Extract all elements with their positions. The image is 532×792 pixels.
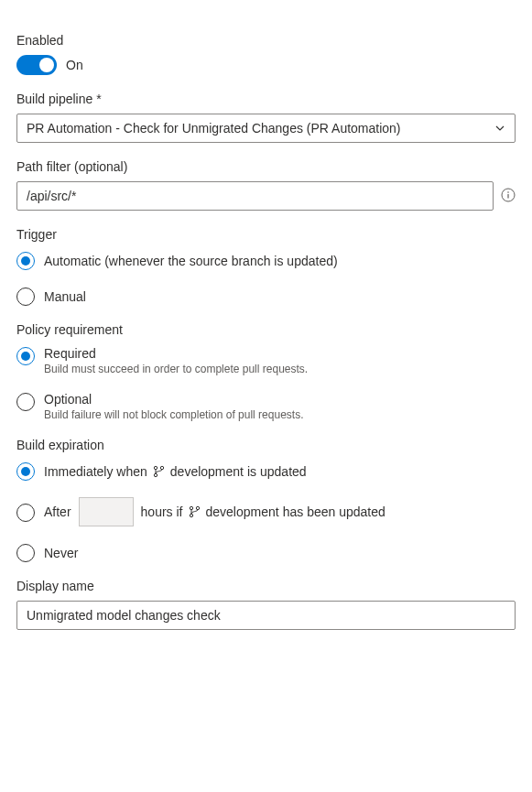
toggle-knob	[39, 58, 54, 72]
path-filter-input[interactable]	[16, 181, 494, 211]
policy-optional-radio[interactable]	[16, 393, 35, 411]
build-pipeline-label: Build pipeline *	[16, 92, 516, 106]
trigger-automatic-radio[interactable]	[16, 252, 35, 270]
branch-icon	[189, 505, 201, 518]
expiration-after-label[interactable]: After hours if development has been upda…	[44, 497, 516, 526]
svg-point-6	[190, 506, 192, 509]
enabled-label: Enabled	[16, 33, 516, 48]
trigger-manual-label[interactable]: Manual	[44, 289, 516, 304]
policy-required-label[interactable]: Required	[44, 346, 516, 361]
display-name-input[interactable]	[16, 601, 516, 630]
chevron-down-icon	[494, 123, 505, 134]
expiration-after-middle: hours if	[141, 504, 183, 519]
trigger-manual-radio[interactable]	[16, 288, 35, 306]
expiration-immediately-prefix: Immediately when	[44, 464, 147, 479]
expiration-after-branch: development	[206, 504, 279, 519]
policy-required-radio[interactable]	[16, 347, 35, 365]
svg-point-4	[154, 473, 157, 476]
svg-point-1	[507, 191, 509, 193]
policy-optional-sublabel: Build failure will not block completion …	[44, 408, 516, 421]
svg-point-8	[196, 506, 199, 509]
expiration-immediately-label[interactable]: Immediately when development is updated	[44, 464, 516, 479]
svg-rect-2	[507, 194, 508, 199]
build-expiration-label: Build expiration	[16, 438, 516, 452]
policy-required-sublabel: Build must succeed in order to complete …	[44, 363, 516, 375]
display-name-label: Display name	[16, 579, 516, 593]
enabled-state-label: On	[66, 58, 83, 72]
expiration-immediately-suffix: is updated	[247, 464, 307, 479]
expiration-immediately-branch: development	[170, 464, 244, 479]
info-icon[interactable]	[501, 188, 516, 205]
expiration-after-prefix: After	[44, 504, 71, 519]
build-pipeline-select[interactable]: PR Automation - Check for Unmigrated Cha…	[16, 114, 516, 143]
svg-point-7	[190, 514, 192, 516]
expiration-hours-input[interactable]	[79, 497, 134, 526]
enabled-toggle[interactable]	[16, 55, 57, 75]
trigger-automatic-label[interactable]: Automatic (whenever the source branch is…	[44, 254, 516, 268]
path-filter-label: Path filter (optional)	[16, 159, 516, 174]
policy-requirement-label: Policy requirement	[16, 322, 516, 337]
policy-optional-label[interactable]: Optional	[44, 392, 516, 407]
expiration-after-suffix: has been updated	[283, 504, 385, 519]
expiration-never-label[interactable]: Never	[44, 546, 516, 560]
expiration-after-radio[interactable]	[16, 504, 35, 522]
branch-icon	[153, 465, 165, 478]
expiration-never-radio[interactable]	[16, 544, 35, 562]
trigger-label: Trigger	[16, 227, 516, 242]
svg-point-5	[160, 466, 163, 469]
build-pipeline-value: PR Automation - Check for Unmigrated Cha…	[27, 121, 494, 136]
expiration-immediately-radio[interactable]	[16, 462, 35, 481]
svg-point-3	[154, 466, 157, 469]
